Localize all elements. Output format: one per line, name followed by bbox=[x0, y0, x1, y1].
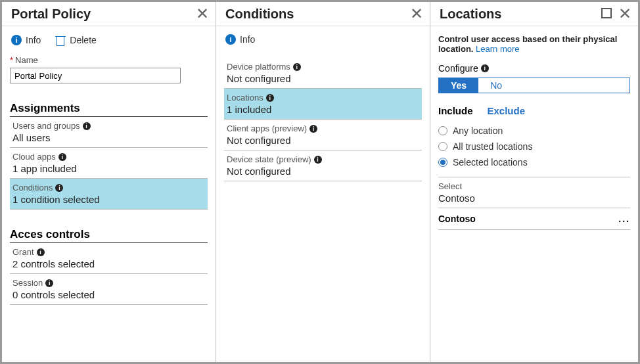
blade-locations: Locations ✕ Control user access based on… bbox=[430, 2, 638, 362]
blade-description: Control user access based on their physi… bbox=[438, 34, 630, 54]
close-icon[interactable]: ✕ bbox=[410, 6, 423, 22]
delete-label: Delete bbox=[70, 35, 96, 45]
select-location-block[interactable]: Select Contoso bbox=[438, 177, 630, 208]
radio-any-location[interactable]: Any location bbox=[438, 123, 630, 139]
tab-exclude[interactable]: Exclude bbox=[488, 105, 526, 116]
select-value: Contoso bbox=[438, 193, 630, 208]
info-icon: i bbox=[225, 34, 236, 45]
hint-icon: i bbox=[55, 184, 63, 192]
info-label: Info bbox=[240, 34, 255, 45]
location-entry-name: Contoso bbox=[438, 214, 476, 224]
toggle-no[interactable]: No bbox=[478, 78, 514, 93]
blade-title: Conditions bbox=[225, 7, 294, 22]
blade-header: Conditions ✕ bbox=[216, 2, 430, 26]
section-access-controls: Acces controls bbox=[10, 228, 208, 243]
close-icon[interactable]: ✕ bbox=[618, 6, 631, 22]
hint-icon: i bbox=[37, 248, 45, 256]
learn-more-link[interactable]: Learn more bbox=[476, 44, 519, 54]
blade-header: Locations ✕ bbox=[430, 2, 638, 26]
location-entry: Contoso ... bbox=[438, 208, 630, 230]
info-button[interactable]: i Info bbox=[11, 34, 41, 46]
maximize-icon[interactable] bbox=[601, 8, 612, 20]
include-exclude-tabs: Include Exclude bbox=[438, 105, 630, 116]
toolbar: i Info Delete bbox=[10, 29, 208, 54]
condition-device-state[interactable]: Device state (preview)i Not configured bbox=[224, 150, 422, 181]
info-label: Info bbox=[26, 35, 41, 45]
info-icon: i bbox=[11, 35, 22, 45]
condition-locations[interactable]: Locationsi 1 included bbox=[224, 89, 422, 120]
hint-icon: i bbox=[309, 125, 317, 133]
condition-client-apps[interactable]: Client apps (preview)i Not configured bbox=[224, 120, 422, 150]
hint-icon: i bbox=[293, 63, 301, 71]
hint-icon: i bbox=[83, 122, 91, 130]
blade-title: Locations bbox=[440, 7, 501, 22]
info-button[interactable]: i Info bbox=[225, 34, 255, 45]
section-assignments: Assignments bbox=[10, 102, 208, 117]
blade-header: Portal Policy ✕ bbox=[2, 2, 216, 26]
name-input[interactable] bbox=[10, 68, 181, 83]
assignment-conditions[interactable]: Conditionsi 1 condition selected bbox=[10, 179, 208, 210]
access-session[interactable]: Sessioni 0 controls selected bbox=[10, 274, 208, 305]
close-icon[interactable]: ✕ bbox=[196, 6, 209, 22]
hint-icon: i bbox=[45, 279, 53, 287]
tab-include[interactable]: Include bbox=[438, 105, 473, 116]
condition-device-platforms[interactable]: Device platformsi Not configured bbox=[224, 58, 422, 89]
select-label: Select bbox=[438, 181, 630, 191]
blade-title: Portal Policy bbox=[11, 7, 91, 22]
toolbar: i Info bbox=[224, 29, 422, 53]
assignment-users[interactable]: Users and groupsi All users bbox=[10, 117, 208, 148]
delete-button[interactable]: Delete bbox=[55, 34, 96, 46]
assignment-cloud-apps[interactable]: Cloud appsi 1 app included bbox=[10, 148, 208, 179]
radio-selected-locations[interactable]: Selected locations bbox=[438, 154, 630, 170]
blade-conditions: Conditions ✕ i Info Device platformsi No… bbox=[216, 2, 430, 362]
blade-portal-policy: Portal Policy ✕ i Info Delete *Name Assi… bbox=[2, 2, 216, 362]
more-icon[interactable]: ... bbox=[618, 214, 630, 224]
hint-icon: i bbox=[314, 156, 322, 164]
toggle-yes[interactable]: Yes bbox=[439, 78, 478, 93]
access-grant[interactable]: Granti 2 controls selected bbox=[10, 243, 208, 274]
hint-icon: i bbox=[481, 64, 489, 72]
name-label: *Name bbox=[10, 55, 208, 65]
location-radio-group: Any location All trusted locations Selec… bbox=[438, 123, 630, 170]
radio-trusted-locations[interactable]: All trusted locations bbox=[438, 139, 630, 154]
trash-icon bbox=[55, 34, 66, 46]
hint-icon: i bbox=[266, 94, 274, 102]
configure-label: Configurei bbox=[438, 63, 630, 74]
configure-toggle[interactable]: Yes No bbox=[438, 78, 630, 93]
hint-icon: i bbox=[58, 153, 66, 161]
